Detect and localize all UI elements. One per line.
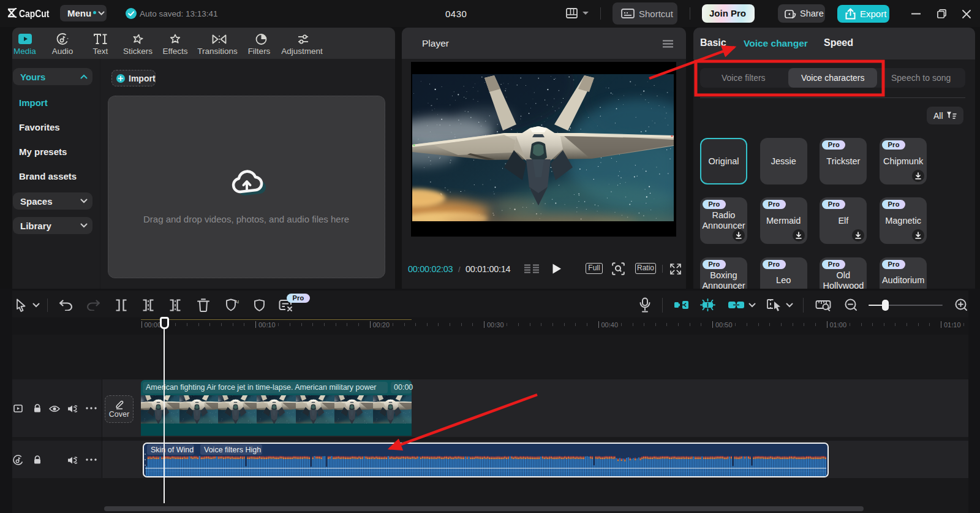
svg-text:AI: AI <box>235 299 239 305</box>
